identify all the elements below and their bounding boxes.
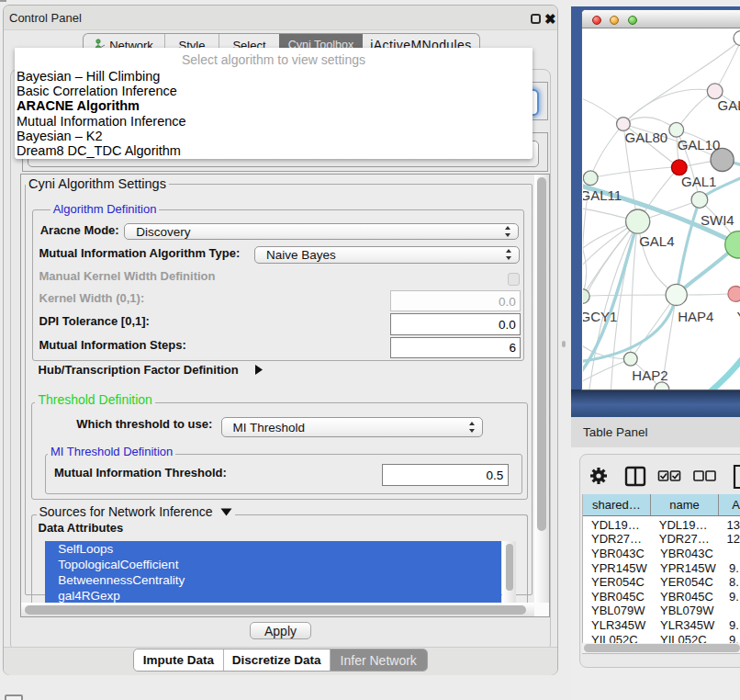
svg-text:GAL80: GAL80 bbox=[625, 130, 668, 145]
svg-text:HAP4: HAP4 bbox=[678, 309, 713, 324]
svg-text:GAL1: GAL1 bbox=[681, 174, 716, 189]
svg-text:HAP2: HAP2 bbox=[632, 367, 667, 383]
svg-text:GAL4: GAL4 bbox=[639, 233, 674, 249]
svg-text:GAL: GAL bbox=[718, 97, 740, 113]
svg-text:GCY1: GCY1 bbox=[583, 309, 617, 324]
svg-text:Y: Y bbox=[737, 309, 740, 324]
svg-text:GAL11: GAL11 bbox=[583, 187, 622, 203]
svg-text:SWI4: SWI4 bbox=[701, 212, 734, 228]
svg-text:GAL10: GAL10 bbox=[678, 137, 721, 152]
